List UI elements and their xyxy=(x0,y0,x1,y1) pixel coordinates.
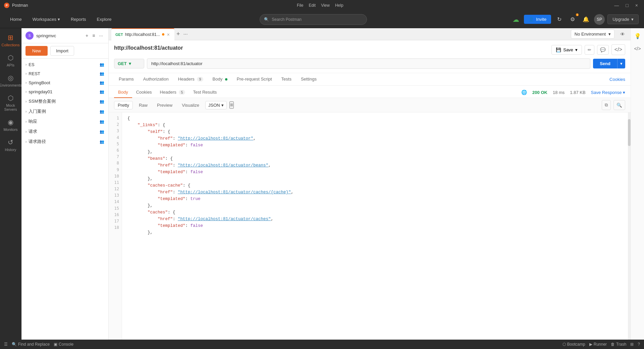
line-numbers: 1 2 3 4 5 6 7 8 9 10 11 12 13 14 15 16 1 xyxy=(109,112,122,340)
format-preview[interactable]: Preview xyxy=(154,101,176,109)
tab-options-button[interactable]: ··· xyxy=(182,30,189,39)
sync-icon[interactable]: ↻ xyxy=(554,14,565,25)
right-panel-code[interactable]: </> xyxy=(632,44,643,53)
team-icon: 👥 xyxy=(100,71,104,76)
collection-name: 响应 xyxy=(29,118,98,124)
vertical-scrollbar[interactable] xyxy=(628,112,631,340)
sidebar-item-apis[interactable]: ⬡ APIs xyxy=(1,51,20,70)
sidebar-item-mock-servers[interactable]: ⬡ Mock Servers xyxy=(1,91,20,114)
edit-icon[interactable]: ✏ xyxy=(585,45,594,55)
new-import-row: New Import xyxy=(21,43,108,59)
top-nav: Home Workspaces ▾ Reports Explore 🔍 Sear… xyxy=(0,11,644,28)
sidebar-item-collections[interactable]: ⊞ Collections xyxy=(1,31,20,50)
chevron-right-icon: › xyxy=(25,140,26,144)
upgrade-button[interactable]: Upgrade ▾ xyxy=(607,14,639,24)
settings-icon[interactable]: ⚙ 1 xyxy=(567,14,578,25)
format-raw[interactable]: Raw xyxy=(136,101,151,109)
close-button[interactable]: × xyxy=(633,2,640,9)
send-arrow-button[interactable]: ▾ xyxy=(617,59,625,68)
new-button[interactable]: New xyxy=(25,46,48,56)
list-item[interactable]: › SSM整合案例 👥 xyxy=(21,96,108,106)
minimize-button[interactable]: — xyxy=(612,2,621,9)
bootcamp-button[interactable]: ⬡ Bootcamp xyxy=(562,342,585,347)
menu-file[interactable]: File xyxy=(297,3,303,8)
more-options-button[interactable]: ··· xyxy=(98,32,104,40)
headers-count-badge: 9 xyxy=(197,77,203,82)
search-response-button[interactable]: 🔍 xyxy=(613,100,625,110)
bell-icon[interactable]: 🔔 xyxy=(581,14,591,25)
sidebar-item-monitors[interactable]: ◉ Monitors xyxy=(1,115,20,134)
code-icon[interactable]: </> xyxy=(611,44,625,55)
list-item[interactable]: › ES 👥 xyxy=(21,60,108,69)
add-collection-button[interactable]: + xyxy=(84,32,90,40)
find-replace-button[interactable]: 🔍 Find and Replace xyxy=(12,342,50,347)
sort-collections-button[interactable]: ≡ xyxy=(91,32,96,40)
menu-view[interactable]: View xyxy=(321,3,330,8)
resp-tab-cookies[interactable]: Cookies xyxy=(132,87,156,98)
invite-button[interactable]: 👤 Invite xyxy=(524,15,551,24)
format-type-select[interactable]: JSON ▾ xyxy=(205,101,227,109)
save-button[interactable]: 💾 Save ▾ xyxy=(551,45,582,55)
nav-reports[interactable]: Reports xyxy=(66,14,91,24)
nav-home[interactable]: Home xyxy=(5,14,26,24)
tab-params[interactable]: Params xyxy=(114,73,139,86)
url-input[interactable] xyxy=(147,58,590,69)
right-panel-light-bulb[interactable]: 💡 xyxy=(632,31,643,41)
environment-select[interactable]: No Environment ▾ xyxy=(571,30,614,39)
add-tab-button[interactable]: + xyxy=(175,29,181,39)
save-response-button[interactable]: Save Response ▾ xyxy=(591,90,625,95)
runner-button[interactable]: ▶ Runner xyxy=(589,342,607,347)
copy-response-button[interactable]: ⧉ xyxy=(602,100,611,110)
console-button[interactable]: ▣ Console xyxy=(54,342,73,347)
tab-close-button[interactable]: × xyxy=(166,32,170,37)
nav-workspaces[interactable]: Workspaces ▾ xyxy=(28,14,65,24)
resp-tab-headers[interactable]: Headers 5 xyxy=(156,87,189,98)
list-item[interactable]: › 入门案例 👥 xyxy=(21,106,108,116)
sidebar-label-collections: Collections xyxy=(2,43,20,47)
eye-icon[interactable]: 👁 xyxy=(617,29,628,40)
wrap-lines-button[interactable]: ≡ xyxy=(229,101,234,109)
sidebar-toggle-button[interactable]: ☰ xyxy=(4,342,8,347)
help-button[interactable]: ? xyxy=(638,342,640,347)
resp-tab-test-results[interactable]: Test Results xyxy=(189,87,221,98)
layout-toggle-button[interactable]: ⊞ xyxy=(630,342,634,347)
comment-icon[interactable]: 💬 xyxy=(597,45,609,55)
nav-explore[interactable]: Explore xyxy=(92,14,116,24)
tab-pre-request[interactable]: Pre-request Script xyxy=(232,73,277,86)
cookies-link[interactable]: Cookies xyxy=(609,77,625,82)
list-item[interactable]: › REST 👥 xyxy=(21,69,108,78)
chevron-down-icon: ▾ xyxy=(129,61,131,66)
menu-help[interactable]: Help xyxy=(335,3,343,8)
list-item[interactable]: › 请求 👥 xyxy=(21,127,108,137)
globe-icon: 🌐 xyxy=(521,90,527,95)
list-item[interactable]: › 响应 👥 xyxy=(21,116,108,127)
tab-settings[interactable]: Settings xyxy=(296,73,321,86)
tab-body[interactable]: Body xyxy=(208,73,232,86)
avatar[interactable]: SP xyxy=(594,14,605,25)
list-item[interactable]: › 请求路径 👥 xyxy=(21,137,108,147)
list-item[interactable]: › springday01 👥 xyxy=(21,87,108,96)
search-bar[interactable]: 🔍 Search Postman xyxy=(260,14,367,25)
tab-headers[interactable]: Headers 9 xyxy=(173,73,208,86)
menu-edit[interactable]: Edit xyxy=(309,3,316,8)
cloud-sync-icon[interactable]: ☁ xyxy=(511,14,521,25)
resp-tab-body[interactable]: Body xyxy=(114,87,132,98)
scroll-thumb[interactable] xyxy=(628,119,631,146)
collection-name: 入门案例 xyxy=(29,108,98,114)
import-button[interactable]: Import xyxy=(50,46,74,56)
response-tabs: Body Cookies Headers 5 Test Results 🌐 20… xyxy=(109,86,631,98)
format-pretty[interactable]: Pretty xyxy=(114,101,133,109)
list-item[interactable]: › SpringBoot 👥 xyxy=(21,78,108,87)
maximize-button[interactable]: □ xyxy=(624,2,630,9)
method-select[interactable]: GET ▾ xyxy=(114,59,144,68)
tab-tests[interactable]: Tests xyxy=(277,73,296,86)
sidebar-item-history[interactable]: ↺ History xyxy=(1,136,20,154)
sidebar-item-environments[interactable]: ◎ Environments xyxy=(1,71,20,90)
active-tab[interactable]: GET http://localhost:81... × xyxy=(111,28,174,40)
invite-icon: 👤 xyxy=(529,17,534,22)
format-visualize[interactable]: Visualize xyxy=(178,101,203,109)
trash-button[interactable]: 🗑 Trash xyxy=(611,342,626,347)
search-placeholder: Search Postman xyxy=(272,17,302,22)
send-button[interactable]: Send xyxy=(593,59,617,68)
tab-authorization[interactable]: Authorization xyxy=(139,73,173,86)
